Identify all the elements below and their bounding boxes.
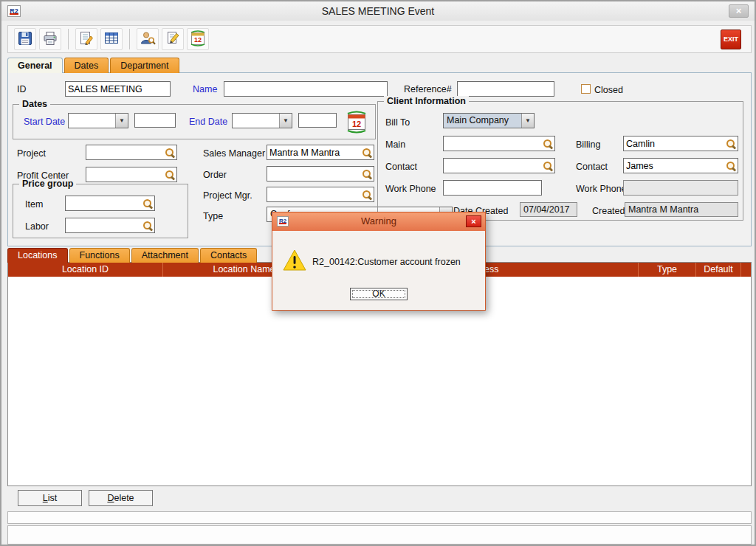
tab-department[interactable]: Department [110,58,179,73]
main-contact-input[interactable] [444,136,554,151]
search-icon[interactable] [362,190,372,200]
reference-input[interactable] [457,81,554,97]
start-time-input[interactable] [134,113,176,128]
warning-dialog: R2 Warning × R2_00142:Customer account f… [272,212,486,311]
column-header-filler [741,263,751,277]
project-mgr-input[interactable] [267,187,374,201]
closed-checkbox[interactable] [581,84,591,94]
app-window: R2 SALES MEETING Event × 12 EXIT Gen [0,0,756,546]
column-header-type[interactable]: Type [639,263,696,277]
order-field[interactable] [267,166,374,182]
main-contact-field[interactable] [443,136,555,151]
billing-field[interactable] [623,136,738,151]
billing-contact-label: Contact [576,162,608,173]
billing-contact-input[interactable] [624,159,738,173]
billing-input[interactable] [624,136,738,151]
search-icon[interactable] [543,139,553,149]
item-input[interactable] [66,196,154,210]
price-group: Price group Item Labor [13,184,188,238]
closed-label: Closed [594,85,623,96]
labor-field[interactable] [65,218,155,233]
window-title: SALES MEETING Event [1,5,755,17]
person-search-button[interactable] [137,28,159,50]
work-phone-input[interactable] [443,180,542,196]
name-input[interactable] [224,81,388,97]
profit-center-field[interactable] [86,167,177,182]
search-icon[interactable] [142,198,153,209]
grid-view-button[interactable] [100,28,123,50]
person-search-icon [140,30,156,49]
sales-manager-input[interactable] [267,145,374,159]
contact-field[interactable] [443,158,555,173]
profit-center-input[interactable] [86,167,176,182]
tab-general[interactable]: General [7,58,63,73]
delete-button[interactable]: Delete [89,490,153,506]
project-input[interactable] [86,145,176,159]
item-label: Item [25,199,43,210]
dates-group-title: Dates [19,99,50,110]
labor-label: Labor [25,221,49,232]
search-icon[interactable] [165,148,175,158]
end-date-combo[interactable] [232,113,292,128]
labor-input[interactable] [66,218,154,232]
chevron-down-icon[interactable] [521,114,534,128]
document-edit-button[interactable] [162,28,184,50]
end-date-value [233,114,279,128]
calendar-picker-icon[interactable]: 12 [344,109,369,136]
toolbar-separator [68,29,69,49]
billing-contact-field[interactable] [623,158,738,173]
price-group-title: Price group [19,179,76,190]
search-icon[interactable] [543,161,553,171]
tab-functions[interactable]: Functions [69,248,130,263]
warning-dialog-close-button[interactable]: × [466,215,481,227]
status-bar-top [7,511,752,524]
type-label: Type [203,211,223,222]
edit-note-icon [78,30,94,49]
tab-contacts[interactable]: Contacts [200,248,257,263]
chevron-down-icon[interactable] [115,114,128,128]
project-mgr-field[interactable] [267,187,374,202]
edit-note-button[interactable] [75,28,97,50]
dates-group: Dates Start Date End Date 12 [13,104,376,139]
start-date-combo[interactable] [68,113,128,128]
warning-triangle-icon [283,249,306,273]
chevron-down-icon[interactable] [279,114,292,128]
tab-dates[interactable]: Dates [64,58,109,73]
bill-to-combo[interactable]: Main Company [443,113,535,128]
search-icon[interactable] [362,148,372,158]
calendar-button[interactable]: 12 [187,28,209,50]
ok-button[interactable]: OK [350,288,408,300]
order-input[interactable] [267,167,374,181]
search-icon[interactable] [142,221,153,231]
print-button[interactable] [39,28,61,50]
column-header-location-id[interactable]: Location ID [8,263,163,277]
search-icon[interactable] [726,139,736,149]
search-icon[interactable] [726,161,736,171]
window-close-button[interactable]: × [729,4,749,18]
warning-dialog-title: Warning [272,215,485,227]
id-input[interactable] [65,81,171,97]
document-edit-icon [165,30,181,49]
billing-work-phone-readonly [623,180,738,196]
save-button[interactable] [14,28,36,50]
status-bar-bottom [7,525,752,545]
billing-label: Billing [576,139,600,151]
warning-dialog-title-bar: R2 Warning × [272,212,485,231]
bottom-tab-bar: Locations Functions Attachment Contacts [7,248,257,263]
contact-input[interactable] [444,159,554,173]
column-header-default[interactable]: Default [696,263,741,277]
search-icon[interactable] [165,170,175,180]
end-time-input[interactable] [298,113,337,128]
exit-button[interactable]: EXIT [721,30,741,49]
project-label: Project [17,148,46,159]
bill-to-label: Bill To [385,117,410,128]
sales-manager-field[interactable] [267,145,374,160]
date-created-value: 07/04/2017 [520,202,577,217]
item-field[interactable] [65,196,155,211]
project-field[interactable] [86,145,177,160]
tab-attachment[interactable]: Attachment [131,248,199,263]
search-icon[interactable] [362,169,372,179]
list-button[interactable]: List [18,490,82,506]
tab-locations[interactable]: Locations [7,248,68,263]
toolbar-separator [129,29,130,49]
